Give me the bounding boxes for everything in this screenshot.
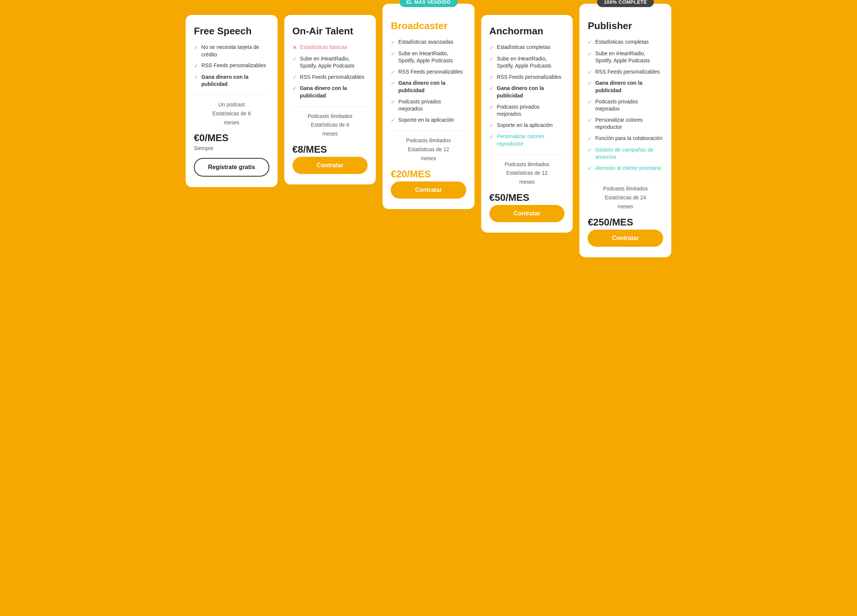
feature-item: ✓Gestión de campañas de anuncios <box>588 146 663 161</box>
check-icon: ✓ <box>489 104 494 111</box>
plan-cta-anchorman[interactable]: Contratar <box>489 205 565 222</box>
plan-price-broadcaster: €20/MES <box>391 168 466 180</box>
plan-price-note-free-speech: Siempre <box>194 145 269 151</box>
feature-item: ✓Sube en iHeartRadio, Spotify, Apple Pod… <box>489 55 565 70</box>
check-icon: ✓ <box>391 117 395 124</box>
features-list-broadcaster: ✓Estadísticas avanzadas✓Sube en iHeartRa… <box>391 39 466 124</box>
divider <box>391 131 466 131</box>
feature-item: ✕Estadísticas básicas <box>292 44 368 51</box>
feature-text: Estadísticas completas <box>497 44 550 51</box>
divider <box>292 107 368 107</box>
feature-text: Gana dinero con la publicidad <box>497 85 565 99</box>
check-icon: ✓ <box>194 44 198 51</box>
check-icon: ✓ <box>292 85 297 93</box>
feature-item: ✓Atención al cliente prioritaria <box>588 165 663 173</box>
feature-item: ✓Podcasts privados mejorados <box>489 103 565 118</box>
features-list-free-speech: ✓No se necesita tarjeta de crédito✓RSS F… <box>194 44 269 88</box>
feature-item: ✓RSS Feeds personalizables <box>588 68 663 76</box>
feature-text: Personalizar colores reproductor <box>497 133 565 147</box>
feature-item: ✓Gana dinero con la publicidad <box>292 85 368 99</box>
plan-title-on-air-talent: On-Air Talent <box>292 25 368 37</box>
plan-badge-broadcaster: EL MÁS VENDIDO <box>400 0 458 7</box>
check-icon: ✓ <box>489 85 494 93</box>
feature-text: Soporte en la aplicación <box>497 122 552 129</box>
feature-item: ✓RSS Feeds personalizables <box>292 74 368 81</box>
feature-text: RSS Feeds personalizables <box>497 74 562 81</box>
plan-cta-publisher[interactable]: Contratar <box>588 230 663 247</box>
feature-item: ✓Sube en iHeartRadio, Spotify, Apple Pod… <box>292 55 368 70</box>
check-icon: ✓ <box>588 135 592 143</box>
feature-item: ✓RSS Feeds personalizables <box>391 68 466 76</box>
feature-item: ✓Gana dinero con la publicidad <box>194 74 269 88</box>
feature-text: RSS Feeds personalizables <box>398 68 463 76</box>
feature-item: ✓Gana dinero con la publicidad <box>391 80 466 94</box>
feature-text: Función para la colaboración <box>595 135 662 142</box>
feature-item: ✓Personalizar colores reproductor <box>588 116 663 131</box>
check-icon: ✓ <box>489 56 494 63</box>
plan-title-anchorman: Anchorman <box>489 25 565 37</box>
plan-cta-broadcaster[interactable]: Contratar <box>391 181 466 199</box>
check-icon: ✓ <box>194 62 198 70</box>
sub-features-anchorman: Podcasts ilimitadosEstatísticas de 12mes… <box>489 160 565 187</box>
plan-cta-free-speech[interactable]: Regístrate gratis <box>194 158 269 177</box>
plan-price-anchorman: €50/MES <box>489 192 565 204</box>
check-icon: ✓ <box>588 69 592 76</box>
feature-text: Gana dinero con la publicidad <box>201 74 269 88</box>
feature-text: Gestión de campañas de anuncios <box>595 146 663 161</box>
check-icon: ✓ <box>588 99 592 106</box>
plan-card-publisher: 100% COMPLETEPublisher✓Estadísticas comp… <box>579 4 671 257</box>
check-icon: ✓ <box>588 117 592 124</box>
feature-item: ✓Gana dinero con la publicidad <box>588 80 663 94</box>
plan-badge-publisher: 100% COMPLETE <box>597 0 654 7</box>
sub-features-free-speech: Un podcastEstatísticas de 6meses <box>194 100 269 127</box>
check-icon: ✓ <box>391 50 395 58</box>
check-icon: ✓ <box>489 122 494 130</box>
feature-text: Gana dinero con la publicidad <box>398 80 466 94</box>
pricing-grid: Free Speech✓No se necesita tarjeta de cr… <box>186 15 671 257</box>
feature-text: Gana dinero con la publicidad <box>595 80 663 94</box>
check-green-icon: ✓ <box>588 165 592 173</box>
check-icon: ✓ <box>588 39 592 46</box>
check-icon: ✓ <box>588 50 592 58</box>
feature-text: Estadísticas avanzadas <box>398 39 453 46</box>
plan-title-publisher: Publisher <box>588 20 663 32</box>
feature-item: ✓Podcasts privados mejorados <box>391 98 466 113</box>
feature-item: ✓Gana dinero con la publicidad <box>489 85 565 99</box>
plan-title-broadcaster: Broadcaster <box>391 20 466 32</box>
check-icon: ✓ <box>489 44 494 51</box>
sub-features-broadcaster: Podcasts ilimitadosEstatísticas de 12mes… <box>391 136 466 163</box>
plan-card-anchorman: Anchorman✓Estadísticas completas✓Sube en… <box>481 15 573 233</box>
feature-item: ✓Soporte en la aplicación <box>489 122 565 130</box>
plan-price-publisher: €250/MES <box>588 216 663 228</box>
feature-text: RSS Feeds personalizables <box>300 74 365 81</box>
features-list-publisher: ✓Estadísticas completas✓Sube en iHeartRa… <box>588 39 663 172</box>
check-icon: ✓ <box>391 69 395 76</box>
feature-item: ✓Estadísticas completas <box>588 39 663 46</box>
plan-card-on-air-talent: On-Air Talent✕Estadísticas básicas✓Sube … <box>284 15 376 184</box>
plan-cta-on-air-talent[interactable]: Contratar <box>292 157 368 174</box>
feature-item: ✓Estadísticas avanzadas <box>391 39 466 46</box>
cross-icon: ✕ <box>292 44 297 51</box>
feature-text: Podcasts privados mejorados <box>497 103 565 118</box>
plan-price-free-speech: €0/MES <box>194 132 269 144</box>
feature-text: RSS Feeds personalizables <box>595 68 660 76</box>
divider <box>194 95 269 95</box>
feature-text: Soporte en la aplicación <box>398 116 454 124</box>
feature-item: ✓Soporte en la aplicación <box>391 116 466 124</box>
feature-text: Personalizar colores reproductor <box>595 116 663 131</box>
divider <box>588 179 663 179</box>
sub-features-publisher: Podcasts ilimitadosEstatísticas de 24mes… <box>588 184 663 211</box>
feature-text: Sube en iHeartRadio, Spotify, Apple Podc… <box>497 55 565 70</box>
check-green-icon: ✓ <box>489 133 494 141</box>
feature-text: Estadísticas completas <box>595 39 648 46</box>
feature-text: Atención al cliente prioritaria <box>595 165 661 172</box>
feature-text: Podcasts privados mejorados <box>398 98 466 113</box>
check-icon: ✓ <box>588 80 592 87</box>
check-icon: ✓ <box>292 56 297 63</box>
feature-text: No se necesita tarjeta de crédito <box>201 44 269 58</box>
check-icon: ✓ <box>391 39 395 46</box>
feature-text: Sube en iHeartRadio, Spotify, Apple Podc… <box>398 50 466 65</box>
feature-item: ✓Sube en iHeartRadio, Spotify, Apple Pod… <box>391 50 466 65</box>
feature-item: ✓Podcasts privados mejorados <box>588 98 663 113</box>
feature-item: ✓Función para la colaboración <box>588 135 663 143</box>
